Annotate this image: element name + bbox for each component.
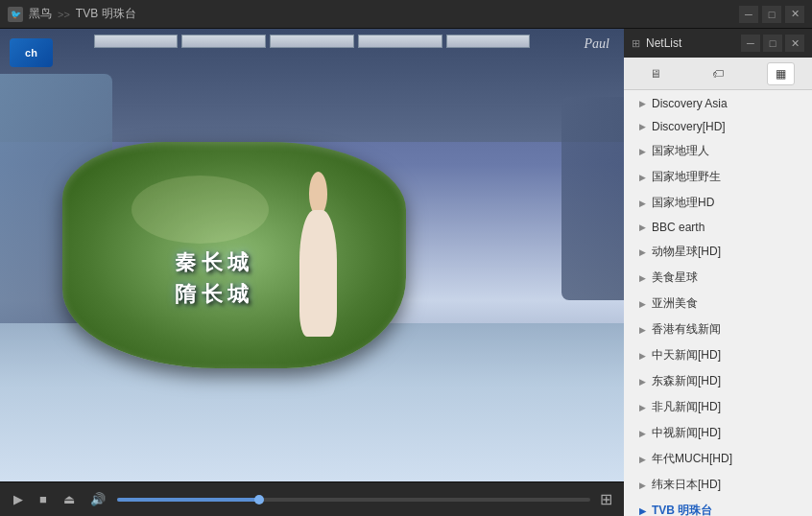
channel-arrow-icon: ▶	[639, 273, 646, 283]
channel-logo: ch	[10, 38, 53, 67]
channel-arrow-icon: ▶	[639, 455, 646, 464]
channel-item[interactable]: ▶动物星球[HD]	[624, 239, 812, 265]
channel-item[interactable]: ▶纬来日本[HD]	[624, 472, 812, 498]
channel-arrow-icon: ▶	[639, 199, 646, 208]
video-area: ch Paul 秦 长 城 隋 长 城 ▶	[0, 29, 624, 516]
channel-arrow-icon: ▶	[639, 223, 646, 232]
channel-title: TVB 明珠台	[76, 6, 136, 22]
light-4	[358, 35, 442, 48]
progress-fill	[117, 498, 259, 502]
grid-view-button[interactable]: ⊞	[598, 488, 614, 510]
channel-name: Discovery[HD]	[652, 120, 726, 133]
close-button[interactable]: ✕	[785, 6, 804, 23]
app-icon: 🐦	[8, 7, 23, 22]
channel-name: BBC earth	[652, 221, 705, 234]
channel-arrow-icon: ▶	[639, 481, 646, 490]
channel-arrow-icon: ▶	[639, 99, 646, 108]
channel-arrow-icon: ▶	[639, 122, 646, 131]
app-name: 黑鸟	[29, 6, 52, 22]
channel-list[interactable]: ▶Discovery Asia▶Discovery[HD]▶国家地理人▶国家地理…	[624, 90, 812, 516]
panel-tab-bar: 🖥 🏷 ▦	[624, 58, 812, 90]
channel-name: 亚洲美食	[652, 295, 698, 312]
channel-item[interactable]: ▶东森新闻[HD]	[624, 368, 812, 394]
channel-name: 年代MUCH[HD]	[652, 451, 732, 467]
tab-grid[interactable]: ▦	[767, 62, 795, 85]
channel-name: 国家地理HD	[652, 195, 714, 211]
panel-controls: ─ □ ✕	[741, 35, 804, 52]
channel-arrow-icon: ▶	[639, 429, 646, 438]
channel-arrow-icon: ▶	[639, 247, 646, 257]
channel-item[interactable]: ▶Discovery[HD]	[624, 115, 812, 138]
video-subtitle: 秦 长 城 隋 长 城	[175, 246, 249, 310]
channel-item[interactable]: ▶Discovery Asia	[624, 92, 812, 115]
channel-item[interactable]: ▶BBC earth	[624, 216, 812, 239]
channel-item[interactable]: ▶国家地理人	[624, 138, 812, 164]
channel-arrow-icon: ▶	[639, 506, 646, 516]
panel-header: ⊞ NetList ─ □ ✕	[624, 29, 812, 58]
progress-thumb	[254, 495, 264, 504]
channel-arrow-icon: ▶	[639, 299, 646, 309]
channel-name: 动物星球[HD]	[652, 244, 721, 260]
channel-arrow-icon: ▶	[639, 377, 646, 387]
volume-button[interactable]: 🔊	[86, 490, 109, 508]
channel-name: 国家地理野生	[652, 169, 721, 185]
channel-name: 东森新闻[HD]	[652, 373, 721, 389]
channel-item[interactable]: ▶中视新闻[HD]	[624, 420, 812, 446]
channel-name: Discovery Asia	[652, 97, 728, 110]
channel-name: 非凡新闻[HD]	[652, 399, 721, 415]
channel-name: TVB 明珠台	[652, 503, 712, 516]
light-3	[270, 35, 354, 48]
channel-arrow-icon: ▶	[639, 147, 646, 156]
channel-item[interactable]: ▶国家地理野生	[624, 164, 812, 190]
channel-item[interactable]: ▶非凡新闻[HD]	[624, 394, 812, 420]
title-bar-controls: ─ □ ✕	[739, 6, 804, 23]
play-pause-button[interactable]: ▶	[10, 490, 27, 508]
title-separator: >>	[58, 9, 70, 20]
channel-item[interactable]: ▶亚洲美食	[624, 291, 812, 317]
video-frame: ch Paul 秦 长 城 隋 长 城	[0, 29, 624, 481]
panel-minimize-button[interactable]: ─	[741, 35, 760, 52]
tvb-logo: Paul	[585, 36, 609, 52]
title-bar: 🐦 黑鸟 >> TVB 明珠台 ─ □ ✕	[0, 0, 812, 29]
minimize-button[interactable]: ─	[739, 6, 758, 23]
subtitle-line2: 隋 长 城	[175, 278, 249, 310]
channel-name: 中视新闻[HD]	[652, 425, 721, 441]
light-2	[181, 35, 266, 48]
studio-right-wall	[561, 97, 624, 300]
channel-name: 中天新闻[HD]	[652, 347, 721, 364]
subtitle-line1: 秦 长 城	[175, 246, 249, 278]
channel-arrow-icon: ▶	[639, 351, 646, 361]
light-1	[94, 35, 179, 48]
studio-lights	[94, 35, 531, 48]
main-content: ch Paul 秦 长 城 隋 长 城 ▶	[0, 29, 812, 516]
panel-title: NetList	[646, 36, 735, 50]
eject-button[interactable]: ⏏	[60, 490, 79, 508]
channel-name: 国家地理人	[652, 143, 709, 159]
panel-maximize-button[interactable]: □	[763, 35, 782, 52]
channel-name: 美食星球	[652, 270, 698, 286]
tab-tag[interactable]: 🏷	[705, 63, 731, 84]
channel-item[interactable]: ▶国家地理HD	[624, 190, 812, 216]
presenter-body	[299, 210, 337, 337]
channel-name: 香港有线新闻	[652, 321, 721, 338]
presenter	[299, 210, 337, 337]
light-5	[446, 35, 531, 48]
controls-bar: ▶ ■ ⏏ 🔊 ⊞	[0, 481, 624, 516]
stop-button[interactable]: ■	[35, 490, 52, 508]
channel-item[interactable]: ▶美食星球	[624, 265, 812, 291]
right-panel: ⊞ NetList ─ □ ✕ 🖥 🏷 ▦ ▶Discovery Asia▶Di…	[624, 29, 812, 516]
channel-arrow-icon: ▶	[639, 173, 646, 182]
video-background: ch Paul 秦 长 城 隋 长 城	[0, 29, 624, 481]
channel-arrow-icon: ▶	[639, 325, 646, 335]
progress-bar[interactable]	[117, 498, 590, 502]
channel-item[interactable]: ▶中天新闻[HD]	[624, 342, 812, 368]
channel-item[interactable]: ▶年代MUCH[HD]	[624, 446, 812, 472]
maximize-button[interactable]: □	[762, 6, 781, 23]
panel-close-button[interactable]: ✕	[785, 35, 804, 52]
channel-item[interactable]: ▶TVB 明珠台	[624, 498, 812, 516]
tab-monitor[interactable]: 🖥	[642, 63, 669, 84]
title-bar-left: 🐦 黑鸟 >> TVB 明珠台	[8, 6, 739, 22]
channel-item[interactable]: ▶香港有线新闻	[624, 317, 812, 342]
map-highlight	[131, 176, 269, 244]
channel-name: 纬来日本[HD]	[652, 477, 721, 493]
